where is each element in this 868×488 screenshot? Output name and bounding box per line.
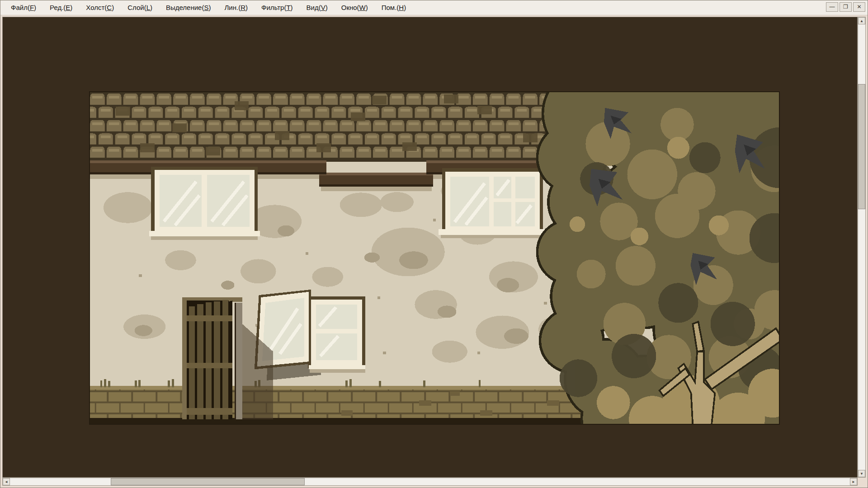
- horizontal-scroll-thumb[interactable]: [111, 478, 305, 485]
- app-window: Файл(F) Ред.(E) Холст(C) Слой(L) Выделен…: [0, 0, 868, 488]
- menu-item-filter[interactable]: Фильтр(T): [255, 0, 300, 15]
- menu-item-view[interactable]: Вид(V): [300, 0, 335, 15]
- main-area: ▲ ▼ ◄ ►: [0, 15, 868, 488]
- arrow-right-icon: ►: [852, 480, 855, 484]
- canvas-viewport[interactable]: [2, 17, 858, 478]
- horizontal-scroll-track[interactable]: [10, 478, 850, 485]
- menu-item-file[interactable]: Файл(F): [4, 0, 43, 15]
- scroll-left-button[interactable]: ◄: [3, 478, 10, 485]
- window-controls: — ❐ ✕: [826, 2, 865, 12]
- menu-item-line[interactable]: Лин.(R): [217, 0, 255, 15]
- window-upper-left: [149, 167, 260, 240]
- minimize-button[interactable]: —: [826, 2, 838, 12]
- menu-item-selection[interactable]: Выделение(S): [159, 0, 218, 15]
- menubar: Файл(F) Ред.(E) Холст(C) Слой(L) Выделен…: [0, 0, 868, 15]
- scroll-down-button[interactable]: ▼: [858, 470, 865, 477]
- menu-item-layer[interactable]: Слой(L): [121, 0, 159, 15]
- vertical-scrollbar: ▲ ▼: [858, 17, 866, 478]
- arrow-down-icon: ▼: [860, 472, 863, 476]
- menu-item-canvas[interactable]: Холст(C): [79, 0, 121, 15]
- menu-item-help[interactable]: Пом.(H): [375, 0, 413, 15]
- vertical-scroll-thumb[interactable]: [858, 84, 865, 209]
- restore-button[interactable]: ❐: [840, 2, 852, 12]
- roof: [89, 91, 577, 162]
- window-upper-right: [439, 168, 546, 238]
- vertical-scroll-track[interactable]: [858, 24, 865, 470]
- arrow-up-icon: ▲: [860, 19, 863, 23]
- minimize-icon: —: [830, 4, 835, 10]
- menu-item-window[interactable]: Окно(W): [335, 0, 375, 15]
- horizontal-scrollbar: ◄ ►: [2, 478, 858, 486]
- scroll-up-button[interactable]: ▲: [858, 17, 865, 24]
- scroll-right-button[interactable]: ►: [850, 478, 857, 485]
- tree: [538, 91, 780, 425]
- gate-leaf: [187, 300, 232, 419]
- close-icon: ✕: [857, 4, 861, 10]
- artwork-image: [89, 91, 780, 425]
- close-button[interactable]: ✕: [853, 2, 865, 12]
- restore-icon: ❐: [843, 4, 848, 10]
- arrow-left-icon: ◄: [5, 480, 8, 484]
- menu-item-edit[interactable]: Ред.(E): [43, 0, 79, 15]
- scrollbar-corner: [858, 478, 866, 486]
